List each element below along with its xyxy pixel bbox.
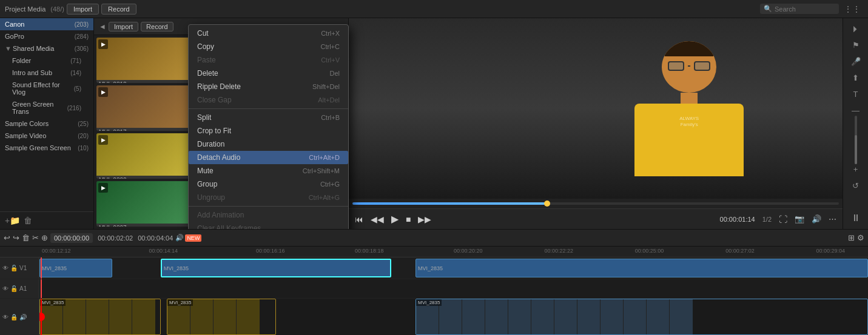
panel-item-gopro[interactable]: GoPro (284): [0, 30, 93, 42]
prev-frame-button[interactable]: ◀◀: [371, 214, 384, 224]
new-badge: NEW: [185, 234, 201, 242]
panel-item-canon[interactable]: Canon (203): [0, 18, 93, 30]
ctx-crop-to-fit[interactable]: Crop to Fit: [189, 124, 348, 138]
panel-item-sound[interactable]: Sound Effect for Vlog (5): [0, 79, 93, 98]
ctx-ungroup-shortcut: Ctrl+Alt+G: [309, 194, 340, 201]
ctx-add-animation[interactable]: Add Animation: [189, 208, 348, 222]
rt-reset-button[interactable]: ↺: [850, 179, 861, 192]
delete-icon[interactable]: 🗑: [24, 216, 32, 225]
next-frame-button[interactable]: ▶▶: [418, 214, 431, 224]
tl-undo-button[interactable]: ↩: [4, 233, 10, 242]
rewind-button[interactable]: ⏮: [355, 214, 363, 224]
search-box: 🔍: [760, 4, 839, 14]
strip-clip-3[interactable]: MVI_2835: [415, 299, 868, 335]
strip-speaker-icon[interactable]: 🔊: [19, 314, 27, 320]
search-icon: 🔍: [764, 5, 772, 13]
ruler-mark-3: 00:00:16:16: [256, 248, 285, 254]
panel-item-shared[interactable]: ▼ Shared Media (306): [0, 42, 93, 55]
menu-dots-icon[interactable]: ⋮⋮: [841, 4, 863, 14]
lock-icon[interactable]: 🔓: [10, 265, 18, 271]
ctx-split[interactable]: Split Ctrl+B: [189, 111, 348, 124]
audio-lock-icon[interactable]: 🔓: [10, 285, 18, 292]
ctx-copy[interactable]: Copy Ctrl+C: [189, 40, 348, 53]
rt-zoom-in-button[interactable]: +: [852, 163, 860, 176]
import-media-button[interactable]: Import: [109, 22, 138, 32]
stop-button[interactable]: ■: [406, 214, 411, 224]
clip-2-label: MVI_2835: [162, 265, 190, 271]
ctx-mute-label: Mute: [197, 167, 214, 175]
video-clip-1[interactable]: MVI_2835: [39, 259, 112, 278]
video-preview-panel: ALWAYSFamily's ⏮ ◀◀ ▶ ■ ▶▶: [349, 18, 843, 229]
ctx-addanim-label: Add Animation: [197, 211, 244, 219]
rt-text-button[interactable]: T: [852, 88, 860, 101]
tl-redo-button[interactable]: ↪: [13, 233, 19, 242]
left-arrow-icon[interactable]: ◄: [99, 22, 106, 31]
tl-snap-button[interactable]: ⊞: [848, 233, 855, 242]
ctx-duration[interactable]: Duration: [189, 138, 348, 151]
ctx-split-shortcut: Ctrl+B: [321, 114, 340, 121]
video-progress-knob[interactable]: [544, 201, 550, 207]
rt-play-button[interactable]: ⏵: [850, 22, 862, 35]
eye-icon[interactable]: 👁: [2, 265, 8, 271]
video-clip-3[interactable]: MVI_2835: [415, 259, 868, 278]
tl-delete-button[interactable]: 🗑: [22, 233, 30, 242]
strip-eye-icon[interactable]: 👁: [2, 314, 8, 320]
ctx-duration-label: Duration: [197, 140, 224, 148]
play-button[interactable]: ▶: [391, 213, 399, 225]
ctx-group-shortcut: Ctrl+G: [320, 181, 340, 188]
search-input[interactable]: [775, 5, 823, 13]
timeline-ruler: 00:00:12:12 00:00:14:14 00:00:16:16 00:0…: [0, 247, 868, 257]
tl-settings-button[interactable]: ⚙: [857, 233, 864, 242]
a1-label: A1: [19, 285, 27, 292]
panel-item-greenscreen-trans[interactable]: Green Screen Trans (216): [0, 98, 93, 118]
add-folder-icon[interactable]: +📁: [5, 216, 20, 225]
ctx-delete[interactable]: Delete Del: [189, 67, 348, 80]
tl-audio-btn[interactable]: 🔊 NEW: [175, 234, 201, 242]
rt-export-button[interactable]: ⬆: [850, 71, 861, 84]
rt-zoom-out-button[interactable]: —: [850, 104, 861, 117]
rt-mic-button[interactable]: 🎤: [849, 55, 863, 68]
fullscreen-button[interactable]: ⛶: [779, 214, 787, 224]
ctx-detach-audio[interactable]: Detach Audio Ctrl+Alt+D: [189, 151, 348, 164]
video-clip-2[interactable]: MVI_2835: [161, 259, 391, 278]
record-media-button[interactable]: Record: [141, 22, 173, 32]
video-background: ALWAYSFamily's: [349, 18, 843, 199]
strip-clip-1[interactable]: MVI_2835: [39, 299, 161, 335]
tl-cut-button[interactable]: ✂: [32, 233, 39, 242]
panel-item-folder[interactable]: Folder (71): [0, 55, 93, 67]
timeline-section: ↩ ↪ 🗑 ✂ ⊕ 00:00:00:00 00:00:02:02 00:00:…: [0, 229, 868, 335]
record-button[interactable]: Record: [101, 4, 136, 15]
screenshot-button[interactable]: 📷: [795, 214, 804, 224]
ctx-paste[interactable]: Paste Ctrl+V: [189, 53, 348, 67]
video-progress-bar[interactable]: [352, 202, 839, 205]
import-button[interactable]: Import: [67, 4, 99, 15]
rt-pause-button[interactable]: ⏸: [849, 211, 863, 225]
ctx-cut[interactable]: Cut Ctrl+X: [189, 27, 348, 40]
ctx-mute[interactable]: Mute Ctrl+Shift+M: [189, 164, 348, 177]
strip-clip-2[interactable]: MVI_2835: [167, 299, 276, 335]
strip-lock-icon[interactable]: 🔒: [10, 314, 18, 320]
audio-eye-icon[interactable]: 👁: [2, 285, 8, 292]
ctx-delete-label: Delete: [197, 69, 218, 78]
ctx-group[interactable]: Group Ctrl+G: [189, 177, 348, 191]
panel-item-sample-green[interactable]: Sample Green Screen (10): [0, 142, 93, 154]
tl-timecode[interactable]: 00:00:00:00: [50, 233, 93, 243]
ctx-detach-shortcut: Ctrl+Alt+D: [309, 154, 340, 161]
panel-item-sample-colors[interactable]: Sample Colors (25): [0, 118, 93, 130]
ctx-close-gap[interactable]: Close Gap Alt+Del: [189, 93, 348, 107]
video-timestamp: 00:00:01:14: [720, 216, 755, 223]
rt-zoom-slider[interactable]: [855, 116, 857, 164]
audio-button[interactable]: 🔊: [812, 214, 821, 224]
more-options-button[interactable]: ⋯: [829, 214, 836, 224]
panel-item-canon-label: Canon: [5, 21, 24, 28]
ctx-clear-keyframes[interactable]: Clear All Keyframes: [189, 222, 348, 229]
panel-item-folder-label: Folder: [12, 57, 31, 64]
tl-copy-button[interactable]: ⊕: [41, 233, 48, 242]
rt-flag-button[interactable]: ⚑: [850, 39, 861, 51]
ruler-mark-4: 00:00:18:18: [355, 248, 384, 254]
ctx-ungroup[interactable]: Ungroup Ctrl+Alt+G: [189, 191, 348, 204]
panel-item-sample-video[interactable]: Sample Video (20): [0, 130, 93, 142]
ctx-ripple-delete[interactable]: Ripple Delete Shift+Del: [189, 80, 348, 93]
panel-item-intro[interactable]: Intro and Sub (14): [0, 67, 93, 79]
strip-clip-1-label: MVI_2835: [40, 299, 66, 306]
